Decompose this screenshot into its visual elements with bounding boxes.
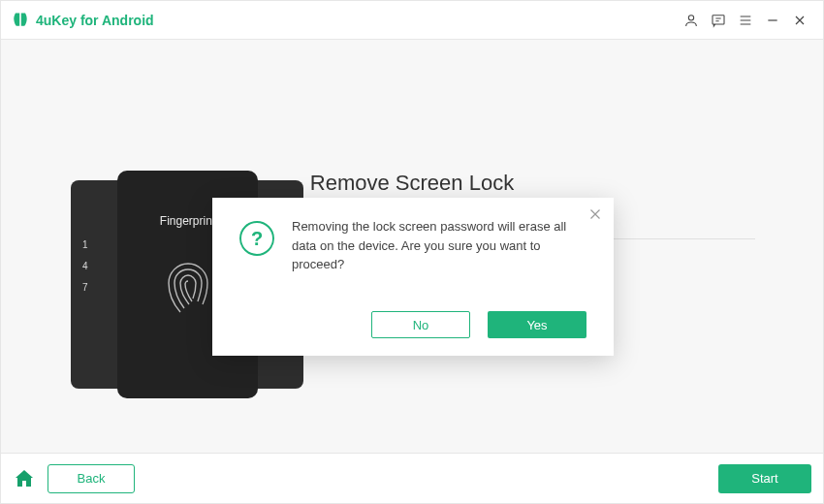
back-button[interactable]: Back bbox=[48, 464, 135, 493]
main-area: Remove Screen Lock etc.) when you forgot… bbox=[1, 40, 823, 453]
keypad-num: 4 bbox=[82, 256, 88, 277]
close-icon bbox=[586, 205, 604, 223]
fingerprint-icon bbox=[162, 258, 214, 320]
confirm-dialog: ? Removing the lock screen password will… bbox=[212, 198, 614, 356]
dialog-yes-button[interactable]: Yes bbox=[488, 311, 586, 338]
account-button[interactable] bbox=[678, 7, 705, 34]
close-window-button[interactable] bbox=[786, 7, 813, 34]
app-window: 4uKey for Android Remove Screen Lock etc… bbox=[0, 0, 824, 504]
dialog-message: Removing the lock screen password will e… bbox=[292, 217, 592, 274]
titlebar: 4uKey for Android bbox=[1, 1, 823, 40]
home-button[interactable] bbox=[13, 467, 36, 490]
app-title: 4uKey for Android bbox=[36, 13, 154, 28]
home-icon bbox=[13, 467, 36, 490]
keypad-num: 1 bbox=[82, 235, 88, 256]
minimize-button[interactable] bbox=[759, 7, 786, 34]
start-button[interactable]: Start bbox=[718, 464, 811, 493]
dialog-close-button[interactable] bbox=[586, 205, 604, 223]
close-icon bbox=[792, 13, 808, 28]
svg-point-0 bbox=[688, 15, 693, 19]
minimize-icon bbox=[765, 13, 780, 28]
menu-icon bbox=[738, 13, 753, 28]
question-icon: ? bbox=[239, 221, 274, 256]
feedback-icon bbox=[711, 13, 726, 28]
svg-rect-1 bbox=[713, 15, 724, 23]
keypad-num: 7 bbox=[82, 277, 88, 299]
logo-icon bbox=[11, 11, 30, 30]
app-logo: 4uKey for Android bbox=[11, 11, 154, 30]
bottom-bar: Back Start bbox=[1, 453, 823, 503]
user-icon bbox=[683, 13, 699, 28]
dialog-no-button[interactable]: No bbox=[371, 311, 470, 338]
menu-button[interactable] bbox=[732, 7, 759, 34]
feedback-button[interactable] bbox=[705, 7, 732, 34]
